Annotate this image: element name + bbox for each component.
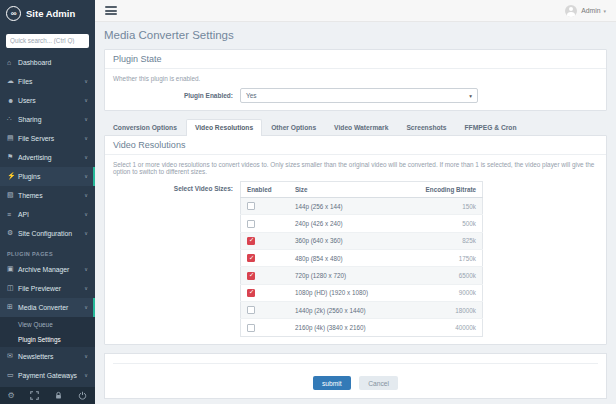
tab-other-options[interactable]: Other Options <box>262 119 325 136</box>
sidebar-item-label: Media Converter <box>18 304 68 311</box>
preview-icon: ◫ <box>7 284 18 292</box>
bitrate-cell: 6500k <box>400 267 482 284</box>
chevron-down-icon: ∨ <box>84 78 88 84</box>
checkbox-144p[interactable] <box>247 202 255 210</box>
card-icon: ▭ <box>7 371 18 379</box>
app-root: ∞ Site Admin ⌂ Dashboard ☁ Files ∨ ☻ Use… <box>0 0 616 404</box>
lock-icon[interactable] <box>54 391 63 400</box>
chevron-down-icon: ∨ <box>84 97 88 103</box>
fullscreen-icon[interactable] <box>30 391 39 400</box>
sidebar-item-file-previewer[interactable]: ◫ File Previewer ∨ <box>0 279 95 298</box>
sidebar-item-label: Files <box>18 78 32 85</box>
sidebar-item-sharing[interactable]: ∴ Sharing ∨ <box>0 110 95 129</box>
sidebar-item-label: Users <box>18 97 36 104</box>
settings-icon[interactable]: ⚙ <box>8 392 15 400</box>
brand[interactable]: ∞ Site Admin <box>0 0 95 26</box>
checkbox-360p[interactable] <box>247 237 255 245</box>
subitem-label: Plugin Settings <box>18 336 61 343</box>
sidebar-item-label: Plugins <box>18 173 40 180</box>
sidebar-item-users[interactable]: ☻ Users ∨ <box>0 91 95 110</box>
user-menu[interactable]: Admin ▾ <box>565 5 606 17</box>
sidebar-item-label: Site Configuration <box>18 230 72 237</box>
tab-video-watermark[interactable]: Video Watermark <box>325 119 397 136</box>
user-name: Admin <box>581 7 600 14</box>
sidebar-item-files[interactable]: ☁ Files ∨ <box>0 72 95 91</box>
size-cell: 1080p (HD) (1920 x 1080) <box>289 284 400 301</box>
checkbox-240p[interactable] <box>247 220 255 228</box>
bitrate-cell: 9000k <box>400 284 482 301</box>
power-icon[interactable] <box>78 391 87 400</box>
plugin-enabled-label: Plugin Enabled: <box>113 88 240 99</box>
video-resolutions-description: Select 1 or more video resolutions to co… <box>113 161 598 175</box>
tab-video-resolutions[interactable]: Video Resolutions <box>186 119 262 136</box>
chevron-down-icon: ∨ <box>84 266 88 272</box>
chevron-down-icon: ∨ <box>84 173 88 179</box>
size-cell: 144p (256 x 144) <box>289 198 400 215</box>
sidebar-item-payment-gateways[interactable]: ▭ Payment Gateways ∨ <box>0 366 95 385</box>
submit-button[interactable]: submit <box>313 376 351 390</box>
chevron-down-icon: ∨ <box>84 154 88 160</box>
share-icon: ∴ <box>7 115 18 123</box>
size-cell: 1440p (2k) (2560 x 1440) <box>289 301 400 318</box>
plug-icon: ⚡ <box>7 172 18 180</box>
envelope-icon: ✉ <box>7 352 18 360</box>
video-resolutions-panel: Video Resolutions Select 1 or more video… <box>104 135 607 345</box>
table-row: 240p (426 x 240) 500k <box>241 215 483 232</box>
sidebar-item-label: File Servers <box>18 135 54 142</box>
table-row: 1080p (HD) (1920 x 1080) 9000k <box>241 284 483 301</box>
sidebar-item-site-configuration[interactable]: ⚙ Site Configuration ∨ <box>0 224 95 243</box>
sidebar-subitem-plugin-settings[interactable]: Plugin Settings <box>0 332 95 347</box>
sidebar-item-file-servers[interactable]: ▤ File Servers ∨ <box>0 129 95 148</box>
checkbox-2160p[interactable] <box>247 324 255 332</box>
plugin-enabled-select[interactable]: Yes ▾ <box>240 88 478 103</box>
chevron-down-icon: ∨ <box>84 211 88 217</box>
sidebar-item-label: Dashboard <box>18 59 51 66</box>
checkbox-720p[interactable] <box>247 272 255 280</box>
form-actions: submit Cancel <box>104 353 607 400</box>
sidebar-item-archive-manager[interactable]: ▣ Archive Manager ∨ <box>0 260 95 279</box>
menu-toggle-icon[interactable] <box>105 5 117 17</box>
megaphone-icon: ⚑ <box>7 153 18 161</box>
sidebar-item-label: Newsletters <box>18 353 54 360</box>
main-area: Admin ▾ Media Converter Settings Plugin … <box>95 0 616 404</box>
sidebar-item-label: Advertising <box>18 154 52 161</box>
tab-screenshots[interactable]: Screenshots <box>397 119 455 136</box>
sidebar-item-api[interactable]: ≡ API ∨ <box>0 205 95 224</box>
chevron-down-icon: ∨ <box>84 116 88 122</box>
col-size: Size <box>289 182 400 198</box>
gear-icon: ⚙ <box>7 229 18 237</box>
subitem-label: View Queue <box>18 321 53 328</box>
brand-title: Site Admin <box>26 8 75 19</box>
home-icon: ⌂ <box>7 59 18 66</box>
sidebar-item-newsletters[interactable]: ✉ Newsletters ∨ <box>0 347 95 366</box>
sidebar-search <box>0 26 95 53</box>
sidebar-footer-bar: ⚙ <box>0 387 95 404</box>
bitrate-cell: 18000k <box>400 301 482 318</box>
tab-ffmpeg-cron[interactable]: FFMPEG & Cron <box>456 119 526 136</box>
col-enabled: Enabled <box>241 182 289 198</box>
sidebar: ∞ Site Admin ⌂ Dashboard ☁ Files ∨ ☻ Use… <box>0 0 95 404</box>
video-resolutions-heading: Video Resolutions <box>105 136 606 155</box>
sidebar-item-media-converter[interactable]: ⊞ Media Converter ∨ <box>0 298 95 317</box>
table-row: 2160p (4k) (3840 x 2160) 40000k <box>241 319 483 336</box>
grid-icon: ⊞ <box>7 303 18 311</box>
stack-icon: ≡ <box>7 211 18 218</box>
page-title: Media Converter Settings <box>104 29 607 41</box>
tab-conversion-options[interactable]: Conversion Options <box>104 119 186 136</box>
cancel-button[interactable]: Cancel <box>359 376 398 390</box>
sidebar-subitem-view-queue[interactable]: View Queue <box>0 317 95 332</box>
checkbox-480p[interactable] <box>247 254 255 262</box>
chevron-down-icon: ∨ <box>84 230 88 236</box>
sidebar-item-dashboard[interactable]: ⌂ Dashboard <box>0 53 95 72</box>
checkbox-1440p[interactable] <box>247 306 255 314</box>
sidebar-item-themes[interactable]: ▧ Themes ∨ <box>0 186 95 205</box>
cloud-icon: ☁ <box>7 77 18 85</box>
image-icon: ▧ <box>7 191 18 199</box>
size-cell: 720p (1280 x 720) <box>289 267 400 284</box>
site-logo-icon: ∞ <box>6 6 21 21</box>
quick-search-input[interactable] <box>6 34 89 48</box>
sidebar-item-plugins[interactable]: ⚡ Plugins ∨ <box>0 167 95 186</box>
sidebar-item-advertising[interactable]: ⚑ Advertising ∨ <box>0 148 95 167</box>
chevron-down-icon: ∨ <box>84 285 88 291</box>
checkbox-1080p[interactable] <box>247 289 255 297</box>
